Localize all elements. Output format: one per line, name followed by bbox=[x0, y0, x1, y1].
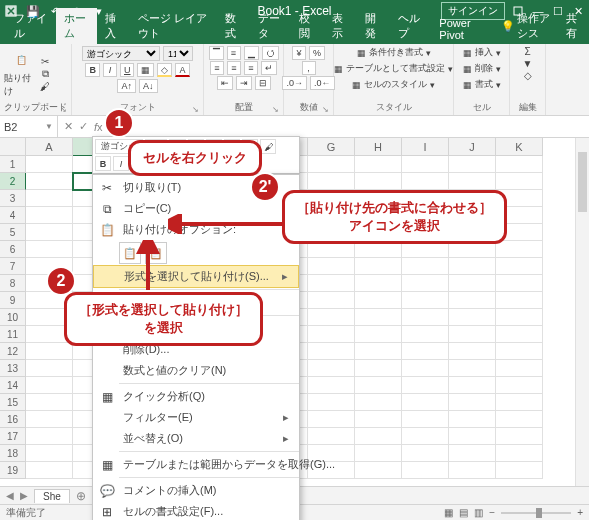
cell[interactable] bbox=[402, 258, 449, 275]
zoom-in-button[interactable]: + bbox=[577, 507, 583, 518]
cell[interactable] bbox=[402, 326, 449, 343]
menu-quick-analysis[interactable]: ▦クイック分析(Q) bbox=[93, 386, 299, 407]
cell[interactable] bbox=[308, 411, 355, 428]
row-header[interactable]: 15 bbox=[0, 394, 26, 411]
cell[interactable] bbox=[308, 275, 355, 292]
cell[interactable] bbox=[496, 360, 543, 377]
merge-button[interactable]: ⊟ bbox=[255, 76, 271, 90]
cell[interactable] bbox=[496, 241, 543, 258]
cell[interactable] bbox=[355, 343, 402, 360]
new-sheet-button[interactable]: ⊕ bbox=[76, 489, 86, 503]
cell[interactable] bbox=[26, 241, 73, 258]
row-header[interactable]: 14 bbox=[0, 377, 26, 394]
cell[interactable] bbox=[402, 343, 449, 360]
percent-button[interactable]: % bbox=[309, 46, 325, 60]
view-normal-icon[interactable]: ▦ bbox=[444, 507, 453, 518]
tab-developer[interactable]: 開発 bbox=[357, 8, 390, 44]
decrease-decimal-button[interactable]: .0← bbox=[310, 76, 335, 90]
row-header[interactable]: 3 bbox=[0, 190, 26, 207]
cell[interactable] bbox=[26, 343, 73, 360]
cell[interactable] bbox=[26, 394, 73, 411]
cell[interactable] bbox=[355, 445, 402, 462]
cell[interactable] bbox=[26, 173, 73, 190]
col-header[interactable]: H bbox=[355, 138, 402, 156]
copy-icon[interactable]: ⧉ bbox=[40, 68, 50, 80]
cell[interactable] bbox=[496, 428, 543, 445]
cell[interactable] bbox=[308, 309, 355, 326]
cell[interactable] bbox=[496, 445, 543, 462]
menu-get-data[interactable]: ▦テーブルまたは範囲からデータを取得(G)... bbox=[93, 454, 299, 475]
paste-button[interactable]: 📋 貼り付け bbox=[4, 50, 38, 98]
cell[interactable] bbox=[26, 156, 73, 173]
row-header[interactable]: 8 bbox=[0, 275, 26, 292]
menu-paste-special[interactable]: 形式を選択して貼り付け(S)...▸ bbox=[93, 265, 299, 288]
cell[interactable] bbox=[26, 360, 73, 377]
cell[interactable] bbox=[355, 377, 402, 394]
share-button[interactable]: 共有 bbox=[558, 8, 589, 44]
zoom-slider[interactable] bbox=[501, 512, 571, 514]
menu-clear[interactable]: 数式と値のクリア(N) bbox=[93, 360, 299, 381]
cell[interactable] bbox=[402, 360, 449, 377]
fill-color-button[interactable]: ◇ bbox=[157, 63, 172, 77]
cell[interactable] bbox=[496, 258, 543, 275]
zoom-out-button[interactable]: − bbox=[489, 507, 495, 518]
format-cells-button[interactable]: ▦書式 ▾ bbox=[463, 78, 501, 91]
cancel-formula-icon[interactable]: ✕ bbox=[64, 120, 73, 133]
cell[interactable] bbox=[308, 377, 355, 394]
decrease-indent-button[interactable]: ⇤ bbox=[217, 76, 233, 90]
autosum-icon[interactable]: Σ bbox=[524, 46, 530, 57]
col-header[interactable]: K bbox=[496, 138, 543, 156]
align-right-button[interactable]: ≡ bbox=[244, 61, 258, 75]
mini-italic[interactable]: I bbox=[113, 156, 129, 171]
cell[interactable] bbox=[355, 462, 402, 479]
row-header[interactable]: 12 bbox=[0, 343, 26, 360]
cell[interactable] bbox=[308, 258, 355, 275]
tab-home[interactable]: ホーム bbox=[56, 8, 97, 44]
menu-filter[interactable]: フィルター(E)▸ bbox=[93, 407, 299, 428]
fill-icon[interactable]: ▼ bbox=[523, 58, 533, 69]
name-box[interactable]: B2▼ bbox=[0, 116, 58, 137]
cell[interactable] bbox=[449, 411, 496, 428]
row-header[interactable]: 6 bbox=[0, 241, 26, 258]
row-header[interactable]: 18 bbox=[0, 445, 26, 462]
row-header[interactable]: 11 bbox=[0, 326, 26, 343]
cell[interactable] bbox=[449, 445, 496, 462]
tab-view[interactable]: 表示 bbox=[324, 8, 357, 44]
comma-button[interactable]: , bbox=[302, 61, 316, 75]
row-header[interactable]: 19 bbox=[0, 462, 26, 479]
cell[interactable] bbox=[449, 292, 496, 309]
cell[interactable] bbox=[26, 445, 73, 462]
cell[interactable] bbox=[355, 156, 402, 173]
cell[interactable] bbox=[355, 173, 402, 190]
cell[interactable] bbox=[26, 462, 73, 479]
cell[interactable] bbox=[402, 309, 449, 326]
cell[interactable] bbox=[402, 394, 449, 411]
cell[interactable] bbox=[449, 156, 496, 173]
cell[interactable] bbox=[449, 462, 496, 479]
italic-button[interactable]: I bbox=[103, 63, 117, 77]
cell[interactable] bbox=[449, 275, 496, 292]
col-header[interactable]: A bbox=[26, 138, 73, 156]
menu-insert-comment[interactable]: 💬コメントの挿入(M) bbox=[93, 480, 299, 501]
cell[interactable] bbox=[26, 207, 73, 224]
cell[interactable] bbox=[496, 326, 543, 343]
sheet-nav-prev[interactable]: ◀ bbox=[6, 490, 14, 501]
view-pagebreak-icon[interactable]: ▥ bbox=[474, 507, 483, 518]
cell[interactable] bbox=[402, 377, 449, 394]
cell[interactable] bbox=[402, 173, 449, 190]
cell[interactable] bbox=[449, 258, 496, 275]
font-family-select[interactable]: 游ゴシック bbox=[82, 46, 160, 61]
cell[interactable] bbox=[355, 275, 402, 292]
tab-insert[interactable]: 挿入 bbox=[97, 8, 130, 44]
border-button[interactable]: ▦ bbox=[137, 63, 154, 77]
cell[interactable] bbox=[449, 326, 496, 343]
cell[interactable] bbox=[26, 411, 73, 428]
sheet-nav-next[interactable]: ▶ bbox=[20, 490, 28, 501]
cell[interactable] bbox=[449, 377, 496, 394]
align-left-button[interactable]: ≡ bbox=[210, 61, 224, 75]
cell[interactable] bbox=[308, 292, 355, 309]
delete-cells-button[interactable]: ▦削除 ▾ bbox=[463, 62, 501, 75]
font-color-button[interactable]: A bbox=[175, 63, 189, 77]
format-table-button[interactable]: ▦テーブルとして書式設定 ▾ bbox=[334, 62, 453, 75]
cell[interactable] bbox=[355, 309, 402, 326]
